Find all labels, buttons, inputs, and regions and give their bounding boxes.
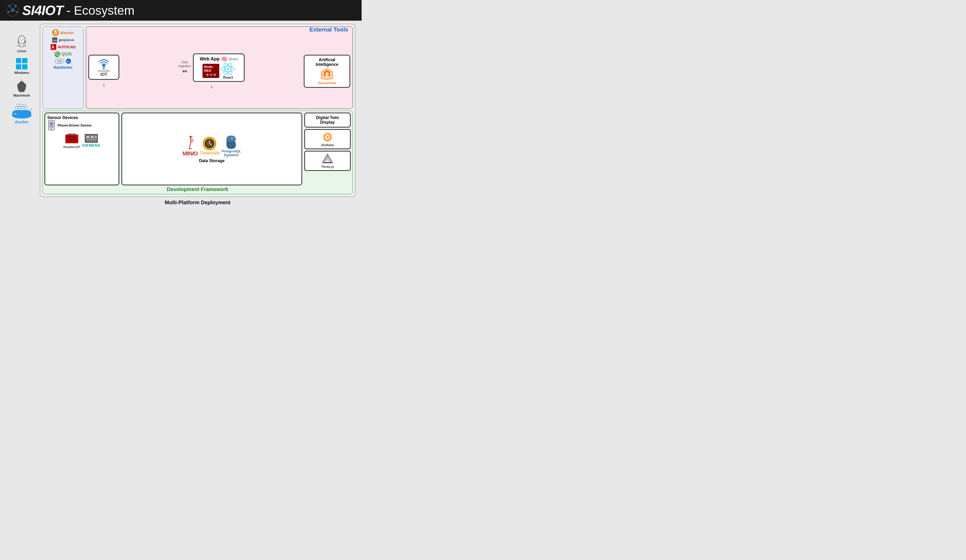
postgresql-icon [224,135,238,149]
external-tools-label: External Tools [309,26,348,33]
grafana-icon [322,131,334,143]
threejs-icon [322,153,334,165]
svg-point-5 [16,11,18,13]
os-item-windows: Windows [15,57,29,75]
svg-point-64 [72,137,73,138]
timescale-icon [202,136,217,151]
dev-framework-label-row: Development Framework [44,186,351,192]
mosquitto-icon [96,57,112,69]
top-row: blender GEO geojson.io [43,26,353,109]
storage-logos: MINIO [182,135,241,157]
docker-label: docker [15,120,28,125]
ai-label: ArtificialIntelligence [315,57,338,67]
iot-box: mosquitto IOT [88,55,119,80]
svg-point-30 [55,32,56,34]
svg-point-79 [227,143,236,149]
threejs-box: Three.js [304,151,351,171]
svg-point-81 [231,137,233,139]
iot-label: IOT [100,72,107,77]
sensor-box: Sensor Devices [44,113,119,186]
svg-rect-14 [16,58,21,63]
outer-container: Linux Windows Macintosh [6,24,355,207]
svg-point-57 [51,125,52,126]
react-section: React [221,62,235,79]
dt-label: Digital TwinDisplay [316,115,339,125]
tool-blender: blender [52,29,74,36]
phone-sensor-label: Phone-Driven Sensor [58,123,92,127]
svg-rect-22 [25,107,27,109]
sensor-devices-label: Sensor Devices [47,115,78,120]
nodered-label: Node-RED [204,65,218,72]
tensorflow-label: TensorFlow [318,81,336,85]
nodered-box: Node-RED [202,64,219,78]
blender-icon [52,29,59,36]
svg-point-4 [8,11,9,13]
storage-box: MINIO [122,113,302,186]
postgres-label: PostgreSQLPgAdmin [222,149,241,157]
siemens-label: SIEMENS [82,143,100,148]
svg-rect-21 [21,107,24,109]
left-tools-panel: blender GEO geojson.io [43,26,84,109]
os-item-mac: Macintosh [13,79,30,97]
tool-qgis: QGIS [54,51,72,57]
viz-area: Digital TwinDisplay [304,113,351,186]
ecosystem-box: blender GEO geojson.io [40,24,355,197]
brain-icon: 🧠 [220,56,228,62]
minio-icon [184,135,197,150]
blender-label: blender [60,30,74,35]
react-label: React [223,76,233,79]
webapp-row: DataIngestion ⇔ Web App 🧠 (Brain) [179,53,245,82]
svg-point-63 [70,137,71,138]
linux-icon [15,34,29,48]
minio-item: MINIO [182,135,198,157]
webapp-inner: Node-RED [202,62,235,79]
postgres-item: PostgreSQLPgAdmin [222,135,241,157]
timescale-item: Timescale [200,136,220,155]
timescale-label: Timescale [200,151,220,155]
docker-icon [10,103,33,120]
svg-point-84 [327,136,328,138]
header-title: SI4IOT [22,3,63,18]
grafana-label: Grafana [321,143,334,147]
geojson-icon: GEO [52,37,58,43]
webapp-header: Web App 🧠 (Brain) [200,56,238,62]
svg-rect-60 [68,133,76,135]
grafana-box: Grafana [304,129,351,149]
data-ingestion-label: DataIngestion [179,61,191,68]
multiplatform-label: Multi-Platform Deployment [40,199,355,207]
linux-label: Linux [17,49,26,53]
svg-rect-68 [91,136,94,138]
svg-point-71 [190,136,192,138]
svg-rect-23 [17,104,20,107]
svg-rect-12 [20,45,20,47]
tensorflow-icon [319,67,335,81]
apple-icon [16,79,27,93]
svg-rect-25 [23,104,26,107]
ramseries-icon: RS [66,58,71,64]
os-item-linux: Linux [15,34,29,53]
geojson-label: geojson.io [59,38,74,42]
svg-rect-19 [15,107,18,109]
docker-area: docker [10,103,33,125]
brain-label: (Brain) [228,57,238,61]
autocad-icon: A [50,44,57,50]
ext-middle-row: mosquitto IOT ↕ [88,29,350,107]
iot-arrows: ↕ [102,82,105,88]
svg-rect-13 [23,45,24,47]
svg-rect-20 [18,107,21,109]
dev-framework-label: Development Framework [167,186,228,192]
raspi-area: RaspberryPi [47,133,117,148]
external-tools-panel: External Tools [86,26,353,109]
svg-point-9 [20,39,21,39]
svg-text:RS: RS [67,61,70,63]
windows-label: Windows [15,71,29,75]
tool-autocad: A AUTOCAD [50,44,76,50]
main-content: Linux Windows Macintosh [0,21,361,210]
svg-point-11 [21,40,23,41]
siemens-item: SIEMENS [82,133,100,148]
header-subtitle: - Ecosystem [66,3,135,18]
down-arrow: ↓ [210,84,213,89]
svg-rect-69 [95,136,97,138]
center-section: DataIngestion ⇔ Web App 🧠 (Brain) [122,53,301,89]
bottom-row: Sensor Devices [43,110,353,194]
